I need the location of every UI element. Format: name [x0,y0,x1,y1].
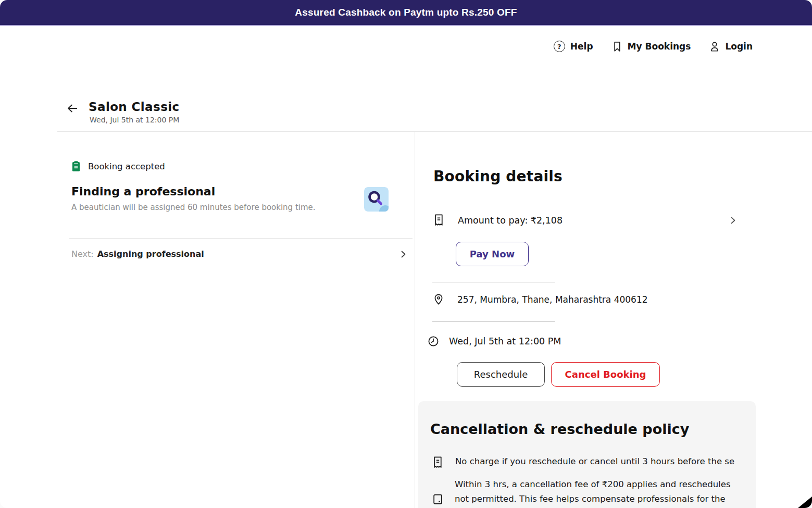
details-divider [432,321,555,322]
login-label: Login [725,41,753,52]
status-heading: Finding a professional [71,185,215,198]
policy-heading: Cancellation & reschedule policy [430,421,689,437]
calendar-icon [432,493,443,505]
receipt-icon [432,454,443,469]
promo-banner: Assured Cashback on Paytm upto Rs.250 OF… [0,0,812,26]
cancellation-policy-box: Cancellation & reschedule policy No char… [418,401,756,508]
next-step-value: Assigning professional [97,249,204,259]
chevron-right-icon [398,250,408,259]
status-description: A beautician will be assigned 60 minutes… [71,203,316,212]
address-text: 257, Mumbra, Thane, Maharashtra 400612 [457,294,648,305]
datetime-row: Wed, Jul 5th at 12:00 PM [428,336,561,347]
person-icon [709,41,720,52]
clock-icon [428,336,439,347]
header-divider [57,131,812,132]
help-icon: ? [554,41,565,52]
clipboard-icon [71,160,81,172]
cancel-booking-button[interactable]: Cancel Booking [551,362,660,387]
page-subtitle: Wed, Jul 5th at 12:00 PM [90,116,179,124]
policy-item: No charge if you reschedule or cancel un… [432,454,734,469]
policy-text: Within 3 hrs, a cancellation fee of ₹200… [455,477,731,492]
booking-status-label: Booking accepted [88,162,165,171]
next-step-label: Next: [71,249,94,259]
my-bookings-label: My Bookings [628,41,691,52]
bookmark-icon [612,41,622,52]
chevron-right-icon [728,216,738,225]
location-pin-icon [433,293,444,306]
panel-divider [415,132,415,508]
policy-text: not permitted. This fee helps compensate… [455,492,731,506]
back-arrow-icon[interactable] [66,103,79,114]
page-title: Salon Classic [89,100,180,114]
header-actions: ? Help My Bookings Login [554,41,753,52]
promo-banner-text: Assured Cashback on Paytm upto Rs.250 OF… [295,7,517,18]
my-bookings-button[interactable]: My Bookings [612,41,691,52]
help-button[interactable]: ? Help [554,41,593,52]
booking-status-badge: Booking accepted [71,160,165,172]
details-divider [432,282,555,282]
help-label: Help [570,41,593,52]
login-button[interactable]: Login [709,41,753,52]
datetime-text: Wed, Jul 5th at 12:00 PM [449,336,561,346]
policy-item: Within 3 hrs, a cancellation fee of ₹200… [455,477,731,506]
status-divider [69,238,413,239]
amount-label: Amount to pay: ₹2,108 [458,215,563,226]
cursor-artifact [798,497,812,508]
receipt-icon [433,214,444,227]
reschedule-button[interactable]: Reschedule [457,362,545,387]
pay-now-button[interactable]: Pay Now [456,242,529,266]
booking-status-page: Assured Cashback on Paytm upto Rs.250 OF… [0,0,812,508]
address-row: 257, Mumbra, Thane, Maharashtra 400612 [433,293,648,306]
amount-row[interactable]: Amount to pay: ₹2,108 [433,214,738,227]
booking-details-heading: Booking details [433,168,563,185]
policy-text: No charge if you reschedule or cancel un… [455,454,734,469]
finding-professional-illustration [364,187,389,212]
next-step-row[interactable]: Next: Assigning professional [71,249,408,259]
